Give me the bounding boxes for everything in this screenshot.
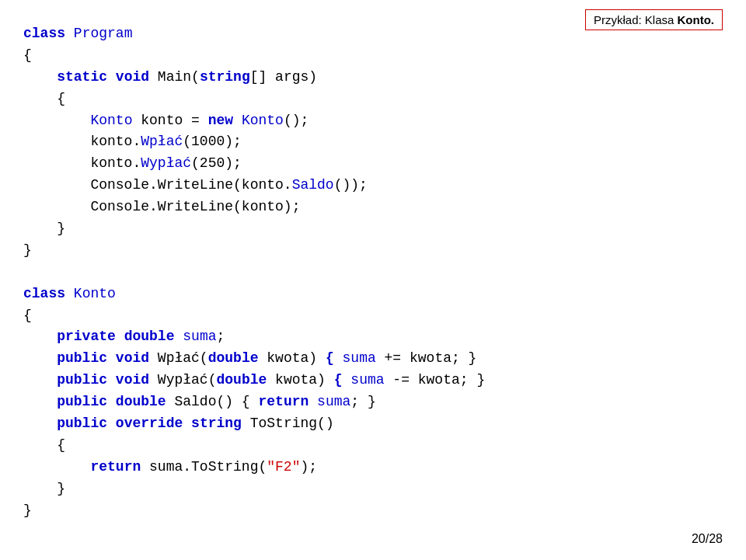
kw-override: override (116, 416, 183, 431)
var-suma-2: suma (350, 372, 384, 388)
code-line-10: } (23, 218, 723, 240)
brace-open-1: { (326, 350, 334, 366)
brace-open-2: { (334, 372, 343, 388)
type-double-2: double (208, 350, 259, 366)
code-line-21: return suma.ToString("F2"); (23, 457, 723, 478)
kw-public-1: public (57, 350, 107, 366)
method-wyplac-1: Wypłać (141, 155, 191, 171)
label-box: Przykład: Klasa Konto. (585, 9, 723, 30)
label-bold: Konto. (678, 13, 714, 26)
string-f2: "F2" (267, 459, 300, 475)
kw-new: new (208, 113, 233, 128)
method-wplac-1: Wpłać (141, 134, 183, 149)
code-line-23: } (23, 500, 723, 522)
code-line-6: konto.Wpłać(1000); (23, 131, 723, 153)
kw-public-4: public (57, 416, 107, 431)
code-line-18: public double Saldo() { return suma; } (23, 391, 723, 413)
kw-return-2: return (90, 459, 141, 475)
code-line-14: { (23, 305, 723, 327)
kw-static: static (57, 69, 107, 85)
code-line-4: { (23, 89, 723, 110)
type-double-4: double (116, 394, 166, 409)
code-line-12 (23, 262, 723, 283)
kw-public-3: public (57, 394, 107, 409)
var-suma-1: suma (343, 350, 376, 366)
field-suma: suma (183, 329, 216, 344)
code-line-7: konto.Wypłać(250); (23, 153, 723, 175)
code-line-17: public void Wypłać(double kwota) { suma … (23, 370, 723, 391)
code-line-2: { (23, 45, 723, 67)
type-double-3: double (216, 372, 267, 388)
keyword-class-2: class (23, 286, 65, 301)
code-line-16: public void Wpłać(double kwota) { suma +… (23, 348, 723, 370)
type-konto-1: Konto (90, 113, 132, 128)
type-string-2: string (191, 416, 242, 431)
code-line-20: { (23, 435, 723, 457)
type-string: string (200, 69, 250, 85)
method-saldo-call: Saldo (292, 177, 334, 193)
kw-return-1: return (258, 394, 309, 409)
kw-void-2: void (116, 350, 149, 366)
code-line-15: private double suma; (23, 326, 723, 348)
code-line-5: Konto konto = new Konto(); (23, 110, 723, 132)
code-line-8: Console.WriteLine(konto.Saldo()); (23, 175, 723, 197)
code-line-3: static void Main(string[] args) (23, 67, 723, 89)
kw-void-3: void (116, 372, 149, 388)
type-konto-2: Konto (242, 113, 284, 128)
code-line-11: } (23, 240, 723, 262)
type-double-1: double (124, 329, 175, 344)
code-line-9: Console.WriteLine(konto); (23, 197, 723, 218)
code-line-13: class Konto (23, 283, 723, 305)
keyword-class-1: class (23, 26, 65, 41)
kw-public-2: public (57, 372, 107, 388)
slide: Przykład: Klasa Konto. class Program { s… (0, 0, 746, 560)
page-number: 20/28 (692, 532, 723, 546)
kw-void-1: void (116, 69, 149, 85)
label-prefix: Przykład: Klasa (594, 13, 678, 26)
class-program: Program (74, 26, 133, 41)
var-suma-3: suma (317, 394, 350, 409)
kw-private: private (57, 329, 116, 344)
code-line-22: } (23, 478, 723, 500)
class-konto: Konto (74, 286, 116, 301)
code-area: class Program { static void Main(string[… (23, 23, 723, 521)
code-line-19: public override string ToString() (23, 413, 723, 435)
